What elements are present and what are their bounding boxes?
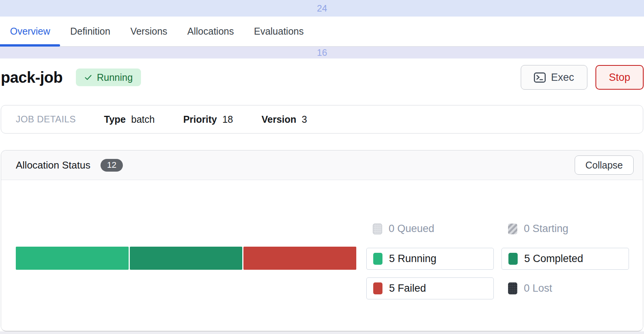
tab-definition[interactable]: Definition — [60, 17, 120, 46]
allocation-count-badge: 12 — [101, 159, 123, 172]
legend-item-failed[interactable]: 5 Failed — [366, 277, 494, 299]
legend-item-queued: 0 Queued — [366, 222, 501, 235]
job-detail-version: Version3 — [262, 114, 307, 125]
status-badge: Running — [76, 68, 141, 86]
allocation-status-header: Allocation Status 12 Collapse — [1, 150, 643, 180]
tab-overview[interactable]: Overview — [0, 17, 60, 46]
exec-button-label: Exec — [551, 72, 574, 84]
allocation-bar — [16, 247, 356, 270]
completed-swatch-icon — [508, 253, 518, 265]
layout-annotation-top: 24 — [0, 0, 644, 17]
starting-swatch-icon — [508, 224, 517, 234]
job-details-section-label: JOB DETAILS — [16, 114, 76, 125]
field-value: 18 — [222, 114, 233, 125]
field-value: 3 — [302, 114, 307, 125]
legend-label: 5 Failed — [389, 282, 426, 294]
legend-label: 0 Queued — [389, 223, 434, 235]
field-label: Type — [104, 114, 126, 125]
job-details-box: JOB DETAILS TypebatchPriority18Version3 — [1, 105, 643, 134]
legend-label: 0 Lost — [524, 282, 552, 294]
page-title: pack-job — [1, 69, 62, 86]
legend-label: 5 Running — [389, 253, 436, 265]
legend-label: 5 Completed — [524, 253, 583, 265]
bar-segment-failed[interactable] — [243, 247, 356, 270]
legend-item-running[interactable]: 5 Running — [366, 248, 494, 270]
field-value: batch — [131, 114, 155, 125]
job-header: pack-job Running Exec Stop — [0, 58, 644, 96]
tab-allocations[interactable]: Allocations — [177, 17, 244, 46]
legend-item-starting: 0 Starting — [501, 222, 637, 235]
field-label: Priority — [183, 114, 217, 125]
allocation-status-body: 0 Queued0 Starting5 Running5 Completed5 … — [1, 180, 643, 331]
legend-row: 5 Running5 Completed — [366, 248, 637, 270]
lost-swatch-icon — [508, 282, 517, 294]
tab-evaluations[interactable]: Evaluations — [244, 17, 314, 46]
legend-row: 0 Queued0 Starting — [366, 222, 637, 235]
queued-swatch-icon — [373, 224, 382, 234]
check-icon — [84, 73, 92, 82]
stop-button-label: Stop — [609, 72, 631, 84]
annotation-value: 16 — [317, 47, 327, 58]
exec-button[interactable]: Exec — [521, 65, 587, 90]
annotation-value: 24 — [317, 3, 327, 14]
terminal-icon — [534, 72, 546, 83]
allocation-status-title: Allocation Status — [16, 159, 91, 171]
bar-segment-running[interactable] — [16, 247, 129, 270]
field-label: Version — [262, 114, 296, 125]
legend-item-completed[interactable]: 5 Completed — [501, 248, 629, 270]
legend-row: 5 Failed0 Lost — [366, 277, 637, 299]
job-detail-priority: Priority18 — [183, 114, 233, 125]
stop-button[interactable]: Stop — [595, 65, 644, 90]
job-detail-type: Typebatch — [104, 114, 155, 125]
tab-versions[interactable]: Versions — [120, 17, 177, 46]
running-swatch-icon — [373, 253, 382, 265]
layout-annotation-middle: 16 — [0, 47, 644, 58]
page: 24 OverviewDefinitionVersionsAllocations… — [0, 0, 644, 334]
allocation-status-panel: Allocation Status 12 Collapse 0 Queued0 … — [1, 150, 643, 331]
legend-item-lost: 0 Lost — [501, 277, 637, 299]
collapse-button[interactable]: Collapse — [575, 155, 634, 175]
legend-label: 0 Starting — [524, 223, 569, 235]
bar-segment-completed[interactable] — [130, 247, 243, 270]
failed-swatch-icon — [373, 282, 382, 294]
layout-annotation-bottom — [0, 331, 644, 334]
tab-bar: OverviewDefinitionVersionsAllocationsEva… — [0, 17, 644, 47]
status-badge-label: Running — [97, 72, 132, 83]
allocation-legend: 0 Queued0 Starting5 Running5 Completed5 … — [366, 222, 637, 299]
job-details-fields: TypebatchPriority18Version3 — [104, 114, 307, 125]
